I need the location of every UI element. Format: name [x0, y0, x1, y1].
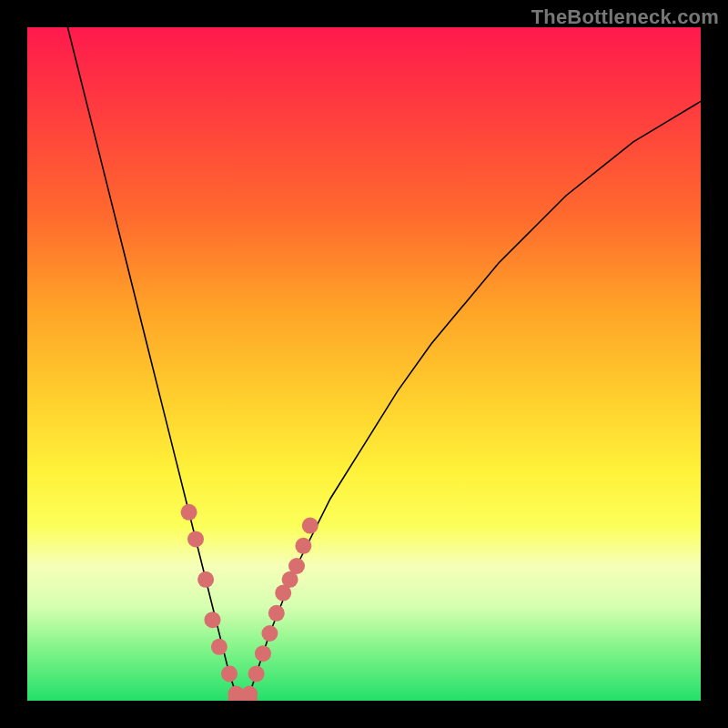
dot [302, 518, 318, 534]
dot [268, 605, 285, 622]
dot [255, 645, 271, 662]
curve-layer [27, 27, 701, 701]
dot [181, 504, 197, 521]
dot [211, 639, 228, 655]
watermark-text: TheBottleneck.com [531, 5, 719, 29]
dot [187, 531, 204, 547]
dot [221, 665, 238, 682]
dot [205, 612, 221, 628]
bottleneck-curve [67, 27, 701, 701]
dot [295, 538, 311, 554]
plot-area [27, 27, 701, 701]
chart-frame: TheBottleneck.com [0, 0, 728, 728]
dot [248, 665, 265, 682]
highlight-dots [181, 504, 318, 701]
dot [197, 571, 214, 588]
dot [261, 625, 278, 642]
dot [288, 558, 305, 574]
